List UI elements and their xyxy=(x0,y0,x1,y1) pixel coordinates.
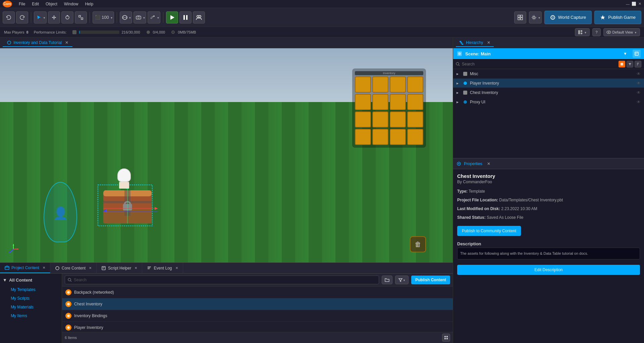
hierarchy-sort-button[interactable] xyxy=(635,61,641,67)
world-local-button[interactable] xyxy=(120,11,132,23)
properties-tab[interactable]: Properties xyxy=(464,161,482,166)
tab-event-log-close[interactable]: ✕ xyxy=(175,266,178,270)
move-tool-button[interactable] xyxy=(48,11,60,23)
inv-cell-10[interactable] xyxy=(372,111,388,128)
paint-button[interactable] xyxy=(148,11,160,23)
inv-cell-16[interactable] xyxy=(407,129,423,145)
multiplayer-button[interactable] xyxy=(193,11,205,23)
tree-item-misc[interactable]: Misc 👁 xyxy=(453,69,644,79)
grid-view-button[interactable] xyxy=(442,334,450,342)
list-item-inventory-bindings[interactable]: Inventory Bindings xyxy=(62,310,453,322)
redo-button[interactable] xyxy=(16,11,28,23)
viewport-canvas[interactable]: 👤 xyxy=(0,48,453,262)
menu-object[interactable]: Object xyxy=(43,1,60,7)
list-item-player-inventory[interactable]: Player Inventory xyxy=(62,322,453,332)
tab-script-helper[interactable]: Script Helper ✕ xyxy=(97,263,142,273)
layout-picker-button[interactable] xyxy=(575,28,590,36)
misc-visibility[interactable]: 👁 xyxy=(637,71,641,76)
hierarchy-tab-close[interactable]: ✕ xyxy=(487,40,490,45)
publish-community-button[interactable]: Publish to Community Content xyxy=(457,226,521,236)
snap-input[interactable]: ⬛ 100 xyxy=(93,11,114,23)
camera-button[interactable] xyxy=(133,11,146,23)
inv-cell-14[interactable] xyxy=(372,129,388,145)
chest-container[interactable] xyxy=(97,182,164,236)
tree-item-chest-inventory[interactable]: Chest Inventory 👁 xyxy=(453,88,644,97)
tab-project-content-close[interactable]: ✕ xyxy=(43,266,45,270)
svg-point-56 xyxy=(67,303,70,305)
menu-edit[interactable]: Edit xyxy=(29,1,42,7)
publish-content-button[interactable]: Publish Content xyxy=(411,276,450,284)
hierarchy-tree: Misc 👁 Player Inventory 👁 Chest xyxy=(453,69,644,158)
menu-help[interactable]: Help xyxy=(82,1,96,7)
delete-button[interactable]: 🗑 xyxy=(410,236,426,252)
inv-cell-12[interactable] xyxy=(407,111,423,128)
layout-button[interactable] xyxy=(514,11,526,23)
svg-rect-19 xyxy=(72,30,76,34)
inv-cell-6[interactable] xyxy=(372,94,388,110)
list-item-backpack[interactable]: Backpack (networked) xyxy=(62,287,453,298)
tab-script-helper-close[interactable]: ✕ xyxy=(135,266,137,270)
scene-dropdown-arrow[interactable]: ▼ xyxy=(623,51,627,56)
properties-tab-close[interactable]: ✕ xyxy=(487,161,490,166)
sidebar-my-scripts[interactable]: My Scripts xyxy=(3,294,59,303)
inv-cell-7[interactable] xyxy=(390,94,406,110)
search-box[interactable]: Search xyxy=(65,276,379,284)
tab-event-log[interactable]: Event Log ✕ xyxy=(142,263,183,273)
inv-cell-2[interactable] xyxy=(372,77,388,93)
backpack-icon xyxy=(65,289,71,295)
hierarchy-search-input[interactable] xyxy=(462,62,616,66)
sidebar-my-items[interactable]: My Items xyxy=(3,311,59,320)
list-item-chest-inventory[interactable]: Chest Inventory xyxy=(62,298,453,310)
tree-item-proxy-ui[interactable]: Proxy UI 👁 xyxy=(453,97,644,107)
question-button[interactable]: ? xyxy=(592,28,600,36)
inv-cell-15[interactable] xyxy=(390,129,406,145)
all-content-header[interactable]: ▼ All Content xyxy=(3,276,59,285)
hierarchy-tab[interactable]: Hierarchy ✕ xyxy=(456,39,494,47)
proxy-ui-visibility[interactable]: 👁 xyxy=(637,100,641,104)
polygon-progress xyxy=(79,31,119,34)
rotate-tool-button[interactable] xyxy=(61,11,73,23)
edit-description-button[interactable]: Edit Description xyxy=(457,265,640,275)
player-inventory-visibility[interactable]: 👁 xyxy=(637,81,641,86)
inv-cell-9[interactable] xyxy=(355,111,371,128)
viewport-tab-close[interactable]: ✕ xyxy=(65,40,68,45)
inv-cell-5[interactable] xyxy=(355,94,371,110)
gear-button[interactable] xyxy=(529,11,542,23)
sidebar-my-materials[interactable]: My Materials xyxy=(3,303,59,311)
undo-button[interactable] xyxy=(3,11,15,23)
default-view-button[interactable]: Default View xyxy=(603,28,640,36)
world-capture-button[interactable]: World Capture xyxy=(544,11,592,24)
play-button[interactable] xyxy=(166,11,178,23)
hierarchy-settings-button[interactable] xyxy=(633,50,641,58)
hierarchy-filter-type-button[interactable] xyxy=(619,61,625,67)
sidebar-my-templates[interactable]: My Templates xyxy=(3,285,59,294)
tab-core-content-close[interactable]: ✕ xyxy=(89,266,92,270)
menu-file[interactable]: File xyxy=(16,1,28,7)
inventory-grid-panel: Inventory xyxy=(352,68,426,148)
svg-rect-2 xyxy=(79,15,80,17)
misc-icon xyxy=(463,71,468,77)
project-content-icon xyxy=(5,265,9,270)
pause-button[interactable] xyxy=(179,11,192,23)
scale-tool-button[interactable] xyxy=(75,11,87,23)
backpack-label: Backpack (networked) xyxy=(74,290,114,295)
inv-cell-4[interactable] xyxy=(407,77,423,93)
chest-inventory-tree-label: Chest Inventory xyxy=(470,90,635,95)
inv-cell-8[interactable] xyxy=(407,94,423,110)
inv-cell-13[interactable] xyxy=(355,129,371,145)
filter-button[interactable] xyxy=(395,276,409,284)
inv-cell-3[interactable] xyxy=(390,77,406,93)
folder-button[interactable] xyxy=(382,276,392,284)
viewport-tab[interactable]: Inventory and Data Tutorial ✕ xyxy=(3,39,72,47)
menu-window[interactable]: Window xyxy=(61,1,81,7)
inv-cell-11[interactable] xyxy=(390,111,406,128)
chest-inventory-visibility[interactable]: 👁 xyxy=(637,90,641,95)
hierarchy-filter-button[interactable] xyxy=(627,61,633,67)
select-tool-button[interactable] xyxy=(34,11,47,23)
publish-game-button[interactable]: Publish Game xyxy=(594,11,641,24)
tab-project-content[interactable]: Project Content ✕ xyxy=(0,263,50,273)
tab-core-content[interactable]: Core Content ✕ xyxy=(50,263,97,273)
inv-cell-1[interactable] xyxy=(355,77,371,93)
hierarchy-search[interactable] xyxy=(453,59,644,69)
tree-item-player-inventory[interactable]: Player Inventory 👁 xyxy=(453,79,644,88)
